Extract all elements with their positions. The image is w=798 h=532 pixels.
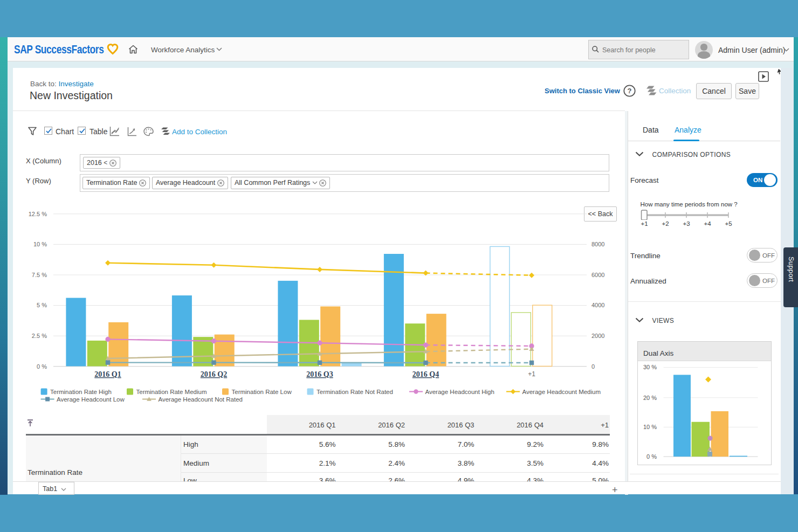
svg-text:2016 Q1: 2016 Q1 <box>94 370 121 378</box>
svg-text:2016 Q4: 2016 Q4 <box>412 370 439 378</box>
svg-text:Termination Rate Not Rated: Termination Rate Not Rated <box>317 389 393 395</box>
svg-text:2016 Q3: 2016 Q3 <box>306 370 333 378</box>
svg-text:+1: +1 <box>528 370 535 378</box>
svg-text:0: 0 <box>591 363 595 370</box>
svg-text:10 %: 10 % <box>643 424 657 430</box>
svg-text:Termination Rate Medium: Termination Rate Medium <box>136 389 207 395</box>
svg-text:0 %: 0 % <box>646 453 657 460</box>
svg-text:Average Headcount Medium: Average Headcount Medium <box>522 389 601 395</box>
svg-text:8000: 8000 <box>591 241 604 247</box>
svg-text:2.5 %: 2.5 % <box>32 333 47 339</box>
svg-text:4000: 4000 <box>591 302 604 308</box>
svg-text:2000: 2000 <box>591 333 604 339</box>
svg-text:12.5 %: 12.5 % <box>29 211 47 217</box>
svg-text:Average Headcount Not Rated: Average Headcount Not Rated <box>159 396 243 403</box>
svg-text:10 %: 10 % <box>33 241 47 247</box>
svg-text:20 %: 20 % <box>643 395 657 401</box>
svg-text:Average Headcount High: Average Headcount High <box>425 389 494 395</box>
svg-text:2016 Q2: 2016 Q2 <box>201 370 227 378</box>
svg-text:Termination Rate High: Termination Rate High <box>50 389 112 395</box>
svg-text:0 %: 0 % <box>37 363 47 370</box>
svg-text:Termination Rate Low: Termination Rate Low <box>232 389 292 395</box>
svg-text:7.5 %: 7.5 % <box>32 272 47 278</box>
svg-text:30 %: 30 % <box>643 364 657 370</box>
svg-text:Average Headcount Low: Average Headcount Low <box>57 396 125 403</box>
svg-text:6000: 6000 <box>591 272 604 278</box>
svg-text:5 %: 5 % <box>37 302 47 308</box>
svg-text:?: ? <box>628 87 632 95</box>
